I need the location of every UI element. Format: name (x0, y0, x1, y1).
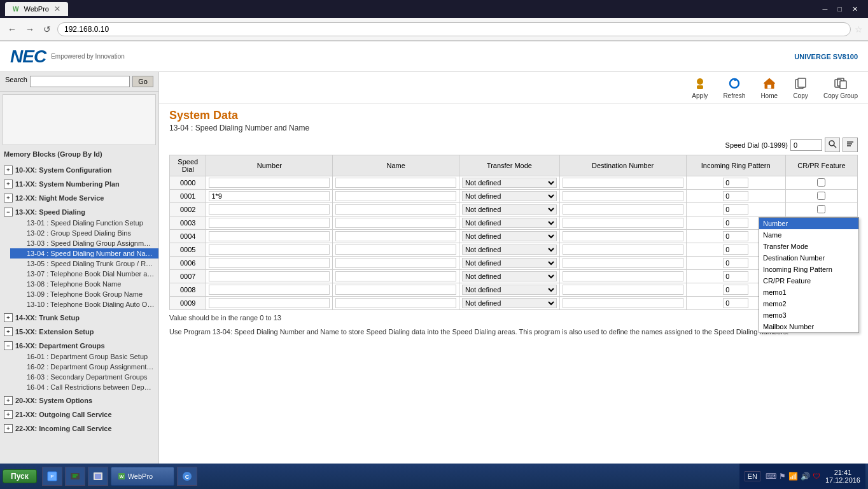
taskbar-icon-2[interactable] (65, 467, 85, 486)
window-close-btn[interactable]: ✕ (847, 5, 863, 13)
dropdown-item-mailbox-number[interactable]: Mailbox Number (759, 321, 858, 332)
tree-group-15xx-header[interactable]: + 15-XX: Extension Setup (0, 326, 158, 337)
dropdown-item-memo3[interactable]: memo3 (759, 309, 858, 321)
input-name-8[interactable] (335, 285, 456, 295)
input-name-2[interactable] (335, 204, 456, 215)
input-number-5[interactable] (209, 244, 330, 255)
refresh-button[interactable]: Refresh (720, 74, 748, 101)
input-number-9[interactable] (209, 298, 330, 308)
tree-group-10xx-header[interactable]: + 10-XX: System Configuration (0, 164, 158, 176)
speed-dial-search-button[interactable] (825, 138, 840, 152)
address-bar[interactable] (57, 22, 851, 36)
sidebar-item-13-04[interactable]: 13-04 : Speed Dialing Number and Name (10, 248, 158, 259)
copy-group-button[interactable]: Copy Group (821, 74, 860, 101)
dropdown-item-name[interactable]: Name (759, 229, 858, 241)
dropdown-item-number[interactable]: Number (759, 218, 858, 229)
sidebar-item-16-02[interactable]: 16-02 : Department Group Assignment for (10, 362, 158, 372)
home-button[interactable]: Home (758, 74, 780, 101)
input-name-3[interactable] (335, 218, 456, 228)
speed-dial-sort-button[interactable] (843, 138, 858, 152)
input-number-1[interactable] (209, 191, 330, 201)
browser-tab[interactable]: W WebPro ✕ (5, 2, 68, 16)
taskbar-icon-1[interactable]: P (42, 467, 62, 486)
input-destination-3[interactable] (563, 218, 683, 228)
input-destination-0[interactable] (563, 178, 683, 188)
tree-group-21xx-header[interactable]: + 21-XX: Outgoing Call Service (0, 409, 158, 420)
input-destination-9[interactable] (563, 298, 683, 308)
sidebar-item-13-05[interactable]: 13-05 : Speed Dialing Trunk Group / Rout… (10, 259, 158, 269)
tree-group-22xx-header[interactable]: + 22-XX: Incoming Call Service (0, 423, 158, 434)
tree-group-20xx-header[interactable]: + 20-XX: System Options (0, 395, 158, 406)
copy-button[interactable]: Copy (790, 74, 811, 101)
input-ring-pattern-5[interactable] (723, 244, 748, 255)
dropdown-item-memo2[interactable]: memo2 (759, 298, 858, 309)
input-name-1[interactable] (335, 191, 456, 201)
select-transfer-mode-3[interactable]: Not definedBlind TransferVoice MailDepar… (462, 218, 557, 228)
window-maximize-btn[interactable]: □ (832, 5, 847, 13)
select-transfer-mode-4[interactable]: Not definedBlind TransferVoice MailDepar… (462, 231, 557, 241)
input-ring-pattern-6[interactable] (723, 258, 748, 268)
input-destination-7[interactable] (563, 271, 683, 281)
sidebar-item-13-09[interactable]: 13-09 : Telephone Book Group Name (10, 289, 158, 299)
select-transfer-mode-1[interactable]: Not definedBlind TransferVoice MailDepar… (462, 191, 557, 201)
tab-close-btn[interactable]: ✕ (54, 4, 60, 13)
dropdown-item-crpr-feature[interactable]: CR/PR Feature (759, 275, 858, 287)
input-number-2[interactable] (209, 204, 330, 215)
search-input[interactable] (30, 76, 130, 87)
input-number-6[interactable] (209, 258, 330, 268)
sidebar-item-13-03[interactable]: 13-03 : Speed Dialing Group Assignment f… (10, 238, 158, 248)
select-transfer-mode-0[interactable]: Not definedBlind TransferVoice MailDepar… (462, 178, 557, 188)
select-transfer-mode-7[interactable]: Not definedBlind TransferVoice MailDepar… (462, 271, 557, 281)
input-destination-2[interactable] (563, 204, 683, 215)
input-ring-pattern-1[interactable] (723, 191, 748, 201)
start-button[interactable]: Пуск (3, 469, 37, 483)
input-number-3[interactable] (209, 218, 330, 228)
input-ring-pattern-4[interactable] (723, 231, 748, 241)
tree-group-14xx-header[interactable]: + 14-XX: Trunk Setup (0, 312, 158, 323)
input-ring-pattern-0[interactable] (723, 178, 748, 188)
dropdown-item-incoming-ring-pattern[interactable]: Incoming Ring Pattern (759, 264, 858, 275)
input-destination-6[interactable] (563, 258, 683, 268)
input-name-0[interactable] (335, 178, 456, 188)
speed-dial-search-input[interactable] (790, 139, 822, 151)
sidebar-item-13-01[interactable]: 13-01 : Speed Dialing Function Setup (10, 218, 158, 228)
sidebar-item-16-04[interactable]: 16-04 : Call Restrictions between Depart… (10, 382, 158, 392)
input-name-7[interactable] (335, 271, 456, 281)
input-destination-4[interactable] (563, 231, 683, 241)
input-destination-1[interactable] (563, 191, 683, 201)
sidebar-item-13-02[interactable]: 13-02 : Group Speed Dialing Bins (10, 228, 158, 238)
tree-group-11xx-header[interactable]: + 11-XX: System Numbering Plan (0, 178, 158, 190)
select-transfer-mode-6[interactable]: Not definedBlind TransferVoice MailDepar… (462, 258, 557, 268)
select-transfer-mode-8[interactable]: Not definedBlind TransferVoice MailDepar… (462, 285, 557, 295)
input-number-8[interactable] (209, 285, 330, 295)
checkbox-crpr-2[interactable] (817, 205, 825, 213)
tree-group-12xx-header[interactable]: + 12-XX: Night Mode Service (0, 192, 158, 204)
bookmark-btn[interactable]: ☆ (855, 24, 863, 34)
checkbox-crpr-0[interactable] (817, 178, 825, 187)
input-name-9[interactable] (335, 298, 456, 308)
sidebar-item-13-10[interactable]: 13-10 : Telephone Book Dialing Auto Outg… (10, 299, 158, 309)
go-button[interactable]: Go (132, 76, 153, 87)
sidebar-item-13-08[interactable]: 13-08 : Telephone Book Name (10, 279, 158, 289)
input-name-5[interactable] (335, 244, 456, 255)
select-transfer-mode-5[interactable]: Not definedBlind TransferVoice MailDepar… (462, 244, 557, 255)
taskbar-icon-4[interactable]: C (177, 467, 197, 486)
dropdown-item-transfer-mode[interactable]: Transfer Mode (759, 241, 858, 252)
refresh-btn[interactable]: ↺ (41, 23, 53, 36)
input-number-4[interactable] (209, 231, 330, 241)
input-ring-pattern-3[interactable] (723, 218, 748, 228)
sidebar-item-13-07[interactable]: 13-07 : Telephone Book Dial Number and N (10, 269, 158, 279)
input-ring-pattern-2[interactable] (723, 204, 748, 215)
input-number-0[interactable] (209, 178, 330, 188)
back-btn[interactable]: ← (5, 23, 19, 36)
taskbar-icon-3[interactable] (88, 467, 108, 486)
dropdown-item-destination-number[interactable]: Destination Number (759, 252, 858, 264)
apply-button[interactable]: Apply (689, 74, 710, 101)
select-transfer-mode-2[interactable]: Not definedBlind TransferVoice MailDepar… (462, 204, 557, 215)
input-destination-5[interactable] (563, 244, 683, 255)
input-ring-pattern-8[interactable] (723, 285, 748, 295)
taskbar-webpro-item[interactable]: W WebPro (111, 467, 174, 486)
input-name-6[interactable] (335, 258, 456, 268)
tree-group-16xx-header[interactable]: − 16-XX: Department Groups (0, 340, 158, 351)
input-number-7[interactable] (209, 271, 330, 281)
